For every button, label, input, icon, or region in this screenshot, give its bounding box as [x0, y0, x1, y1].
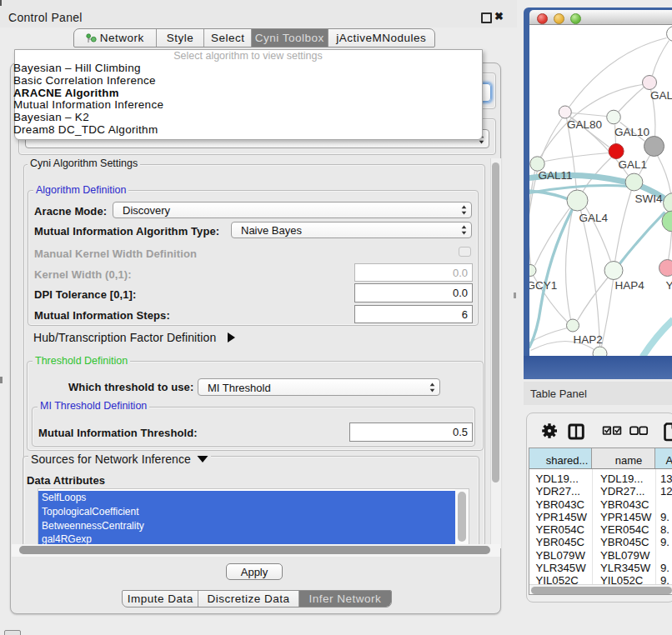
svg-text:GAL11: GAL11 — [538, 168, 572, 181]
svg-text:GAL80: GAL80 — [567, 118, 602, 130]
svg-text:GAL4: GAL4 — [579, 211, 608, 223]
svg-text:GAL1: GAL1 — [618, 158, 647, 170]
svg-text:HAP2: HAP2 — [573, 332, 602, 345]
svg-text:YM: YM — [665, 278, 672, 291]
svg-text:GCY1: GCY1 — [529, 278, 557, 291]
svg-text:HAP4: HAP4 — [614, 278, 644, 291]
svg-text:SWI4: SWI4 — [634, 192, 662, 204]
svg-text:GAL2: GAL2 — [650, 88, 672, 101]
svg-text:GAL10: GAL10 — [614, 125, 649, 138]
